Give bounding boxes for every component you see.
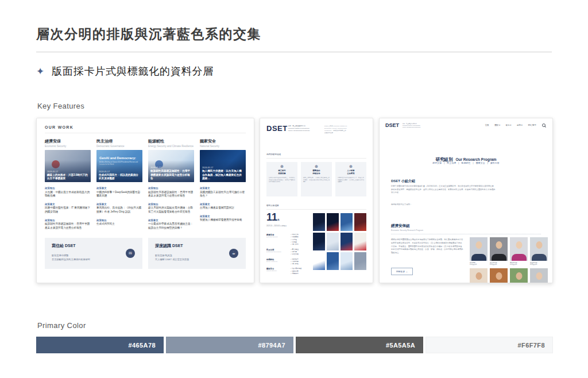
program-intro-title: DSET 小組介紹: [391, 179, 415, 184]
portrait-photo: [510, 237, 528, 261]
report-cover: [341, 233, 353, 250]
cta-line: 深入瞭解 DSET 成立背景與宗旨: [155, 258, 239, 262]
work-column-subtitle: Economic Security: [45, 145, 91, 148]
our-work-heading: OUR WORK: [45, 125, 246, 129]
work-column: 民主治理Democratic GovernanceGenAI and Democ…: [96, 138, 142, 230]
portrait-shoulders: [512, 254, 527, 261]
report-cover-grid: [313, 213, 366, 270]
article-tag: 政策報告: [45, 219, 91, 222]
research-group-row: 國家安全National Security✓ 無人機供應鏈✓ 國防工業✓ 軍民兩…: [266, 268, 318, 275]
group-name-eng: Democratic Governance: [266, 251, 291, 253]
feature-card-body: 培育新世代科技政策研究人才，推動公共溝通與科普轉譯，深化民主社會的科技治理量能。: [338, 177, 364, 183]
feature-card-body: 與民主陣營智庫、大學與公民社會建立研究網絡，促進政策知識的國際交流與在地轉譯。: [303, 177, 330, 183]
screenshot-about-page: DSET科技、民主與社會研究中心Research Institute for D…: [260, 118, 373, 283]
tagline-line: Society and Emerging Technology: [288, 130, 314, 132]
work-column-title: 民主治理: [96, 138, 142, 144]
thumbnail-date: 2024.05.17: [202, 167, 244, 169]
team-member-cell: 資深研究員經濟安保組: [490, 237, 508, 266]
work-column-title: 國家安全: [200, 138, 246, 144]
article-list-item: 政策專文台灣無人機產業發展問題探討: [200, 203, 246, 210]
article-list-item: 政策專文中國的AI衝擊？DeepSeek的顛覆性影響及回應: [96, 187, 142, 198]
thumbnail-title: 無人機民主供應鏈：以台美無人機合作為例，探討無人機產業紅色供應鏈…: [202, 169, 244, 180]
color-swatch: #465A78: [36, 337, 164, 353]
feature-card: ⊕人才培育公共參與培育新世代科技政策研究人才，推動公共溝通與科普轉譯，深化民主社…: [335, 162, 366, 196]
portrait-head: [496, 241, 502, 249]
portrait-head: [496, 272, 502, 280]
section-divider: [266, 158, 366, 159]
article-tag: 政策專文: [96, 203, 142, 206]
about-section-label: 我們的研究領域: [266, 153, 281, 156]
feature-title-line: 公共參與: [338, 172, 364, 175]
article-tag: 政策專文: [200, 203, 246, 206]
portrait-head: [536, 272, 542, 280]
plus-circle-icon: ⊕: [269, 164, 295, 168]
feature-card-body: 以跨領域研究連結科技與民主，提供具公共性的政策分析與建言，回應台灣面對的科技地緣…: [269, 177, 295, 183]
portrait-photo: [530, 268, 548, 283]
team-member-cell: 海外研究員經濟安保組: [510, 237, 528, 266]
portrait-head: [475, 241, 482, 249]
article-tag: 政策報告: [148, 203, 194, 206]
article-list-item: 政策專文一位氣候科學家成為墨西哥總統之路：能源自主與科技轉型的契機？: [148, 219, 194, 230]
color-palette: #465A78#8794A7#5A5A5A#F6F7F8: [36, 337, 553, 353]
primary-color-label: Primary Color: [37, 321, 86, 330]
screenshot-research-program-page: DSET科技、民主與社會研究中心Research Institute for D…: [379, 118, 553, 283]
group-description: 經濟安保研究團隊聚焦台灣在科技地緣政治下的經濟安全挑戰，包括重點產業的出口管制與…: [391, 238, 463, 255]
article-tag: 政策專文: [200, 215, 246, 218]
article-thumbnail: 2024.05.17能源韌性與基礎設施韌性：台灣半導體產業水資源與電力使用分析報…: [148, 150, 194, 182]
team-member-cell: 研究總監經濟安保組: [470, 237, 488, 266]
work-column-subtitle: Democratic Governance: [96, 145, 142, 148]
team-photo-grid: 研究總監經濟安保組資深研究員經濟安保組海外研究員經濟安保組客座研究員經濟安保組: [470, 237, 548, 283]
our-work-divider: [45, 133, 246, 133]
work-column-subtitle: Energy Security and Climate Resilience: [148, 145, 194, 148]
group-name-eng: Economic Security: [266, 236, 291, 238]
group-section-title: 經濟安保組: [391, 223, 410, 229]
thumbnail-title: 能源韌性與基礎設施韌性：台灣半導體產業水資源與電力使用分析報告: [150, 169, 192, 180]
group-name-eng: National Security: [266, 270, 291, 272]
cta-line: 表示鼓勵科技與民主價值的政策研究: [52, 258, 136, 262]
language-switch: EN | 繁中: [528, 124, 536, 126]
swatch-hex-label: #5A5A5A: [386, 342, 415, 349]
research-group-list: 經濟安保Economic Security✓ 出口管制✓ 投資審查✓ 半導體✓ …: [266, 234, 318, 277]
article-tag: 政策專文: [148, 219, 194, 222]
key-features-label: Key Features: [37, 102, 84, 110]
group-name-block: 能源韌性Energy Resilience: [266, 259, 291, 266]
thumbnail-caption: 2024.05.17鋼索上的奔跑者：川普2.0時代下的台美半導體產業: [47, 171, 89, 180]
about-section-label: 研究出版成果: [266, 205, 279, 207]
report-cover: [313, 252, 325, 270]
color-swatch: #F6F7F8: [425, 337, 553, 353]
plus-circle-icon: ⊕: [338, 164, 364, 168]
thumbnail-caption: 2024.05.17生成式AI與民主：假訊息的案例分析及澳洲觀察: [99, 171, 141, 180]
swatch-hex-label: #8794A7: [258, 342, 285, 349]
thumbnail-caption: 2024.05.17能源韌性與基礎設施韌性：台灣半導體產業水資源與電力使用分析報…: [150, 167, 192, 180]
article-tag: 政策報告: [96, 219, 142, 222]
work-column: 經濟安保Economic Security2024.05.17鋼索上的奔跑者：川…: [45, 138, 91, 230]
portrait-head: [516, 272, 522, 280]
feature-card-title: 人才培育公共參與: [338, 169, 364, 175]
article-tag: 政策專文: [45, 203, 91, 206]
portrait-photo: [510, 268, 528, 283]
article-title: 智慧無人機槍械研發應用與指導策略: [200, 218, 246, 222]
thumbnail-title: 鋼索上的奔跑者：川普2.0時代下的台美半導體產業: [47, 173, 89, 180]
article-title: 賽局馬拉松、而非短跑：《科技與大國競賽》作者 Jeffrey Ding 訪談: [96, 206, 142, 214]
article-tag: 政策專文: [200, 187, 246, 190]
portrait-head: [536, 241, 542, 249]
article-title: 能源韌性與基礎設施韌性：臺灣半導體產業水資源與電力使用分析報告: [45, 222, 91, 230]
team-member-cell: 客座研究員經濟安保組: [530, 237, 548, 266]
group-name-eng: Energy Resilience: [266, 261, 291, 263]
cta-box: 寫信給 DSET歡迎您來信聯繫表示鼓勵科技與民主價值的政策研究✉: [45, 238, 142, 269]
team-member-caption: 資深研究員經濟安保組: [490, 262, 508, 266]
thumbnail-date: 2024.05.17: [99, 171, 141, 173]
research-group-row: 民主治理Democratic Governance✓ AI 與民主✓ 假訊息✓ …: [266, 249, 318, 256]
report-cover: [327, 233, 339, 250]
thumbnail-date: 2024.05.17: [47, 171, 89, 173]
design-spec-slide: 層次分明的排版與沉著藍色系的交集 ✦版面採卡片式與標籤化的資料分層 Key Fe…: [0, 0, 588, 378]
article-title: 美國的國防工業韌性與台灣可擔任什麼角色？: [200, 191, 246, 198]
portrait-head: [516, 241, 522, 249]
group-topic: ✓ 軍民兩用: [291, 273, 318, 275]
cta-lines: 歡迎您來信聯繫表示鼓勵科技與民主價值的政策研究: [52, 254, 136, 261]
bullet-text: 版面採卡片式與標籤化的資料分層: [52, 65, 214, 77]
team-member-cell: [490, 268, 508, 283]
stat-number: 11: [266, 211, 277, 223]
article-thumbnail: 2024.05.17無人機民主供應鏈：以台美無人機合作為例，探討無人機產業紅色供…: [200, 150, 246, 182]
feature-card: ⊕獨立研究政策智庫以跨領域研究連結科技與民主，提供具公共性的政策分析與建言，回應…: [266, 162, 297, 196]
